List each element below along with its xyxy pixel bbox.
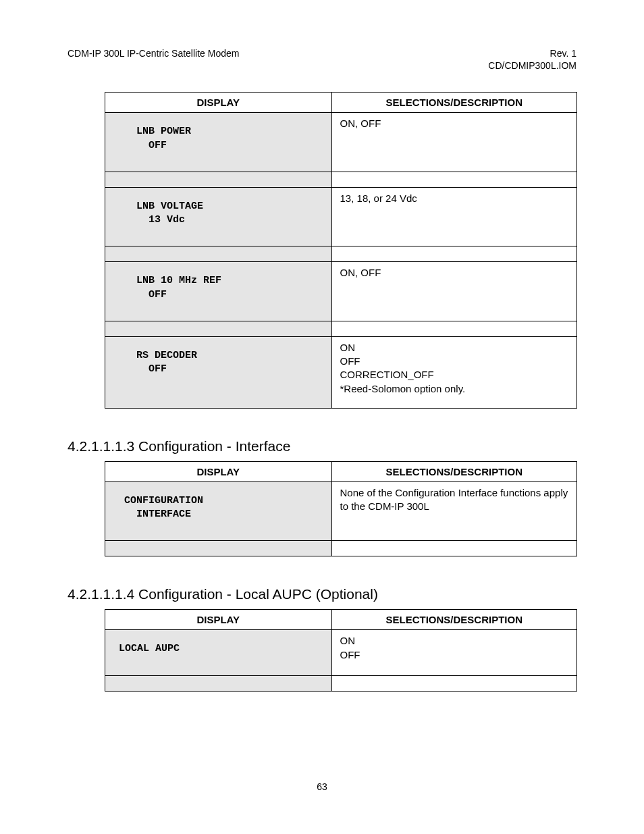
spacer-row [105,172,577,187]
desc-cell: ON OFF [331,630,576,675]
header-rev: Rev. 1 [488,47,576,59]
display-cell: LOCAL AUPC [105,630,332,675]
desc-cell: 13, 18, or 24 Vdc [331,187,576,246]
desc-cell: ON, OFF [331,113,576,172]
table-display-1: DISPLAY SELECTIONS/DESCRIPTION LNB POWER… [105,92,577,409]
table-row: CONFIGURATION INTERFACE None of the Conf… [105,481,577,541]
table-row: LNB 10 MHz REF OFF ON, OFF [105,262,577,321]
display-cell: LNB VOLTAGE 13 Vdc [105,187,332,246]
table-row: LOCAL AUPC ON OFF [105,630,577,675]
desc-cell: None of the Configuration Interface func… [331,481,576,541]
spacer-row [105,246,577,262]
section-heading-aupc: 4.2.1.1.1.4 Configuration - Local AUPC (… [68,586,576,602]
th-display: DISPLAY [105,610,332,630]
table-display-2: DISPLAY SELECTIONS/DESCRIPTION CONFIGURA… [105,461,577,557]
spacer-row [105,321,577,336]
th-desc: SELECTIONS/DESCRIPTION [331,461,576,481]
display-cell: LNB POWER OFF [105,113,332,172]
spacer-row [105,675,577,691]
th-desc: SELECTIONS/DESCRIPTION [331,93,576,113]
th-desc: SELECTIONS/DESCRIPTION [331,610,576,630]
header-left: CDM-IP 300L IP-Centric Satellite Modem [68,47,239,72]
section-heading-interface: 4.2.1.1.1.3 Configuration - Interface [68,438,576,454]
display-cell: LNB 10 MHz REF OFF [105,262,332,321]
desc-cell: ON, OFF [331,262,576,321]
page-number: 63 [0,781,644,792]
display-cell: CONFIGURATION INTERFACE [105,481,332,541]
table-row: RS DECODER OFF ON OFF CORRECTION_OFF *Re… [105,336,577,408]
th-display: DISPLAY [105,93,332,113]
table-row: LNB VOLTAGE 13 Vdc 13, 18, or 24 Vdc [105,187,577,246]
spacer-row [105,541,577,556]
header-doc: CD/CDMIP300L.IOM [488,59,576,72]
table-display-3: DISPLAY SELECTIONS/DESCRIPTION LOCAL AUP… [105,609,577,691]
th-display: DISPLAY [105,461,332,481]
desc-cell: ON OFF CORRECTION_OFF *Reed-Solomon opti… [331,336,576,408]
table-row: LNB POWER OFF ON, OFF [105,113,577,172]
display-cell: RS DECODER OFF [105,336,332,408]
page-header: CDM-IP 300L IP-Centric Satellite Modem R… [68,47,576,72]
